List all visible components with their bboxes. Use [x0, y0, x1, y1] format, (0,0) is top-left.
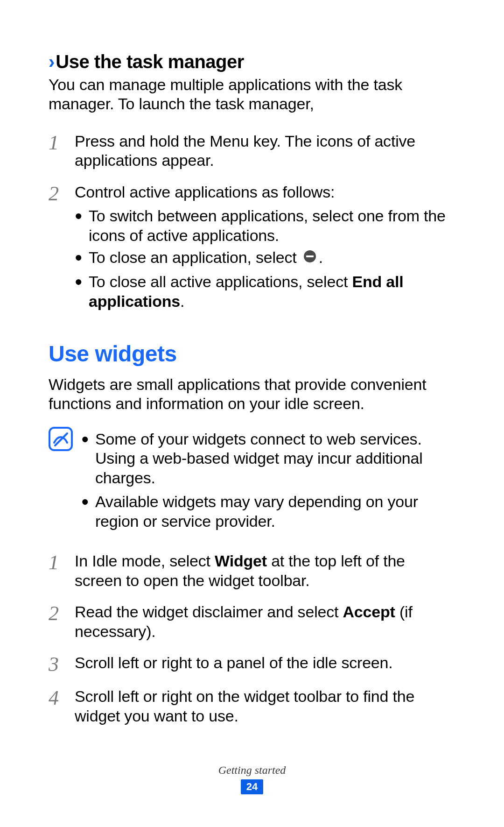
step-text: Press and hold the Menu key. The icons o…	[75, 132, 455, 170]
step-number: 2	[49, 183, 75, 204]
bullet-item: ● To close all active applications, sele…	[75, 272, 455, 311]
page-number-badge: 24	[241, 779, 263, 794]
bold-text: Widget	[215, 552, 267, 570]
bullet-text-pre: To close all active applications, select	[89, 273, 352, 290]
step-item: 2 Read the widget disclaimer and select …	[49, 602, 455, 641]
bullet-text: To switch between applications, select o…	[89, 206, 455, 245]
note-icon	[49, 427, 75, 453]
bullet-marker: ●	[81, 430, 95, 449]
step-text: Scroll left or right to a panel of the i…	[75, 653, 455, 672]
step-item: 3 Scroll left or right to a panel of the…	[49, 653, 455, 675]
step-text-pre: Read the widget disclaimer and select	[75, 603, 343, 621]
step-item: 4 Scroll left or right on the widget too…	[49, 687, 455, 726]
close-app-icon	[303, 248, 317, 268]
note-bullets: ● Some of your widgets connect to web se…	[81, 427, 455, 531]
bullet-list: ● To switch between applications, select…	[75, 206, 455, 311]
step-text: Read the widget disclaimer and select Ac…	[75, 602, 455, 641]
bullet-text: Available widgets may vary depending on …	[95, 492, 455, 531]
step-text: In Idle mode, select Widget at the top l…	[75, 551, 455, 590]
step-number: 2	[49, 602, 75, 624]
bullet-marker: ●	[81, 492, 95, 511]
bullet-text: To close an application, select .	[89, 248, 455, 269]
page-footer: Getting started 24	[0, 764, 504, 794]
note-block: ● Some of your widgets connect to web se…	[49, 427, 455, 531]
bullet-item: ● Some of your widgets connect to web se…	[81, 430, 455, 488]
bullet-text-post: .	[319, 248, 323, 266]
svg-rect-1	[306, 255, 314, 257]
step-number: 1	[49, 132, 75, 153]
bullet-text: Some of your widgets connect to web serv…	[95, 430, 455, 488]
step-item: 1 In Idle mode, select Widget at the top…	[49, 551, 455, 590]
intro-paragraph: Widgets are small applications that prov…	[49, 375, 455, 414]
step-item: 1 Press and hold the Menu key. The icons…	[49, 132, 455, 170]
subsection-title: Use the task manager	[56, 51, 244, 72]
bullet-item: ● To switch between applications, select…	[75, 206, 455, 245]
manual-page: ›Use the task manager You can manage mul…	[0, 0, 504, 827]
steps-list: 1 In Idle mode, select Widget at the top…	[49, 551, 455, 726]
chevron-icon: ›	[49, 51, 55, 72]
section-heading: Use widgets	[49, 341, 455, 367]
subsection-heading: ›Use the task manager	[49, 51, 455, 72]
bullet-text-post: .	[180, 292, 184, 310]
bullet-marker: ●	[75, 272, 89, 291]
footer-section-label: Getting started	[0, 764, 504, 777]
step-text: Scroll left or right on the widget toolb…	[75, 687, 455, 726]
bullet-text: To close all active applications, select…	[89, 272, 455, 311]
bullet-marker: ●	[75, 248, 89, 267]
bullet-marker: ●	[75, 206, 89, 226]
bold-text: Accept	[343, 603, 395, 621]
bullet-text-pre: To close an application, select	[89, 248, 301, 266]
intro-paragraph: You can manage multiple applications wit…	[49, 75, 455, 114]
step-lead: Control active applications as follows:	[75, 183, 335, 201]
step-number: 3	[49, 653, 75, 675]
steps-list: 1 Press and hold the Menu key. The icons…	[49, 132, 455, 311]
step-number: 1	[49, 551, 75, 573]
step-number: 4	[49, 687, 75, 708]
step-body: Control active applications as follows: …	[75, 183, 455, 311]
bullet-item: ● To close an application, select .	[75, 248, 455, 269]
step-text-pre: In Idle mode, select	[75, 552, 215, 570]
bullet-item: ● Available widgets may vary depending o…	[81, 492, 455, 531]
step-item: 2 Control active applications as follows…	[49, 183, 455, 311]
